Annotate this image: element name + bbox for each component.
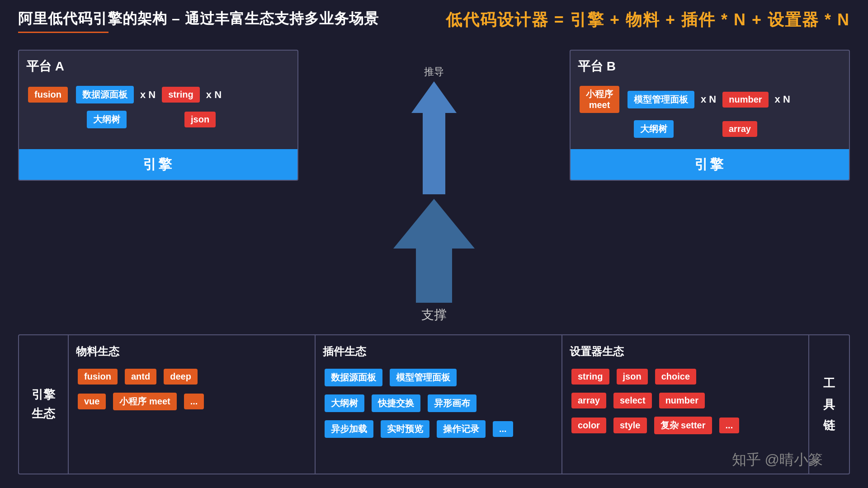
plugin-ecosystem-title: 插件生态	[323, 344, 554, 359]
platform-a-content: fusion 数据源面板 x N string x N 大纲树 json	[26, 84, 290, 130]
tag-complex-setter: 复杂 setter	[654, 417, 712, 434]
tag-outline-a: 大纲树	[87, 111, 127, 128]
arrow-body	[423, 113, 445, 194]
tag-model-b: 模型管理面板	[627, 91, 694, 108]
header-underline	[18, 32, 108, 33]
tag-miniapp-mat: 小程序 meet	[113, 393, 176, 410]
tag-color-setter: color	[571, 418, 606, 433]
platform-a-box: 平台 A fusion 数据源面板 x N string x N 大纲树 jso…	[18, 50, 298, 181]
platform-b-content: 小程序 meet 模型管理面板 x N number x N 大纲树 array	[578, 84, 842, 140]
tag-async-plugin: 异步加载	[325, 420, 373, 438]
platform-b-box: 平台 B 小程序 meet 模型管理面板 x N number x N 大纲树 …	[570, 50, 850, 181]
tag-vue-mat: vue	[78, 394, 106, 409]
platform-b-title: 平台 B	[578, 58, 842, 75]
tag-datasource-a: 数据源面板	[76, 86, 134, 103]
xn1-b: x N	[701, 94, 716, 105]
middle-arrow-area: 推导	[307, 50, 561, 194]
material-tags-row1: fusion antd deep	[76, 367, 307, 386]
tag-more-plugin: ...	[493, 421, 513, 437]
material-tags-row2: vue 小程序 meet ...	[76, 391, 307, 412]
platform-b-row2: 大纲树 array	[578, 118, 842, 140]
tag-more-setter: ...	[719, 418, 740, 433]
tag-style-setter: style	[613, 418, 647, 433]
support-arrow-head	[393, 199, 475, 249]
tag-string-setter: string	[571, 369, 609, 385]
tag-outline-plugin: 大纲树	[325, 394, 364, 412]
tag-datasource-plugin: 数据源面板	[325, 369, 382, 386]
platform-b-row1: 小程序 meet 模型管理面板 x N number x N	[578, 84, 842, 115]
engine-bar-b: 引擎	[571, 149, 849, 180]
support-arrow-body	[416, 249, 452, 303]
tag-array-setter: array	[571, 393, 606, 408]
ecosystem-panels: 物料生态 fusion antd deep vue 小程序 meet ... 插…	[69, 335, 808, 474]
tag-more-mat: ...	[184, 394, 204, 409]
plugin-ecosystem-panel: 插件生态 数据源面板 模型管理面板 大纲树 快捷交换 异形画布 异步加载 实时预…	[316, 335, 562, 474]
tag-choice-setter: choice	[655, 369, 696, 385]
engine-label-b: 引擎	[694, 155, 725, 174]
header-left: 阿里低代码引擎的架构 – 通过丰富生态支持多业务场景	[18, 9, 379, 33]
tag-canvas-plugin: 异形画布	[428, 394, 476, 412]
engine-ecosystem-sidebar: 引擎生态	[19, 335, 69, 474]
plugin-tags-row1: 数据源面板 模型管理面板	[323, 367, 554, 388]
setter-tags-row1: string json choice	[570, 367, 801, 386]
toolchain-text: 工具链	[823, 373, 835, 436]
material-ecosystem-title: 物料生态	[76, 344, 307, 359]
material-ecosystem-panel: 物料生态 fusion antd deep vue 小程序 meet ...	[69, 335, 316, 474]
plugin-tags-row2: 大纲树 快捷交换 异形画布	[323, 393, 554, 414]
xn2-b: x N	[775, 94, 790, 105]
support-label: 支撑	[421, 306, 447, 324]
bottom-section: 引擎生态 物料生态 fusion antd deep vue 小程序 meet …	[18, 334, 850, 474]
engine-ecosystem-text: 引擎生态	[32, 385, 55, 423]
setter-ecosystem-title: 设置器生态	[570, 344, 801, 359]
tag-miniapp-b: 小程序 meet	[580, 86, 619, 113]
push-label: 推导	[424, 65, 444, 79]
tag-outline-b: 大纲树	[634, 120, 674, 138]
top-arrow	[411, 81, 457, 194]
tag-fusion-mat: fusion	[78, 369, 118, 385]
tag-model-plugin: 模型管理面板	[390, 369, 457, 386]
platform-a-row1: fusion 数据源面板 x N string x N	[26, 84, 290, 105]
xn1-a: x N	[140, 89, 156, 101]
page-title: 阿里低代码引擎的架构 – 通过丰富生态支持多业务场景	[18, 9, 379, 29]
tag-json-setter: json	[617, 369, 648, 385]
tag-select-setter: select	[613, 393, 652, 408]
tag-fusion-a: fusion	[28, 87, 68, 103]
tag-deep-mat: deep	[164, 369, 198, 385]
header: 阿里低代码引擎的架构 – 通过丰富生态支持多业务场景 低代码设计器 = 引擎 +…	[18, 9, 850, 33]
tag-number-b: number	[722, 92, 768, 108]
platform-a-title: 平台 A	[26, 58, 290, 75]
tag-number-setter: number	[659, 393, 705, 408]
setter-tags-row3: color style 复杂 setter ...	[570, 415, 801, 436]
tag-string-a: string	[162, 87, 200, 103]
tag-preview-plugin: 实时预览	[381, 420, 429, 438]
support-arrow-area: 支撑	[393, 199, 475, 324]
tag-array-b: array	[722, 121, 757, 137]
engine-label-a: 引擎	[143, 155, 174, 174]
watermark: 知乎 @晴小篆	[732, 450, 823, 470]
top-section: 平台 A fusion 数据源面板 x N string x N 大纲树 jso…	[18, 50, 850, 203]
tag-record-plugin: 操作记录	[437, 420, 486, 438]
tag-antd-mat: antd	[125, 369, 156, 385]
engine-bar-a: 引擎	[19, 149, 297, 180]
platform-a-row2: 大纲树 json	[26, 109, 290, 130]
tag-quick-plugin: 快捷交换	[372, 394, 420, 412]
arrow-head	[411, 81, 457, 113]
plugin-tags-row3: 异步加载 实时预览 操作记录 ...	[323, 418, 554, 440]
xn2-a: x N	[206, 89, 222, 101]
setter-tags-row2: array select number	[570, 391, 801, 410]
formula-text: 低代码设计器 = 引擎 + 物料 + 插件 * N + 设置器 * N	[446, 9, 850, 31]
tag-json-a: json	[184, 112, 216, 127]
